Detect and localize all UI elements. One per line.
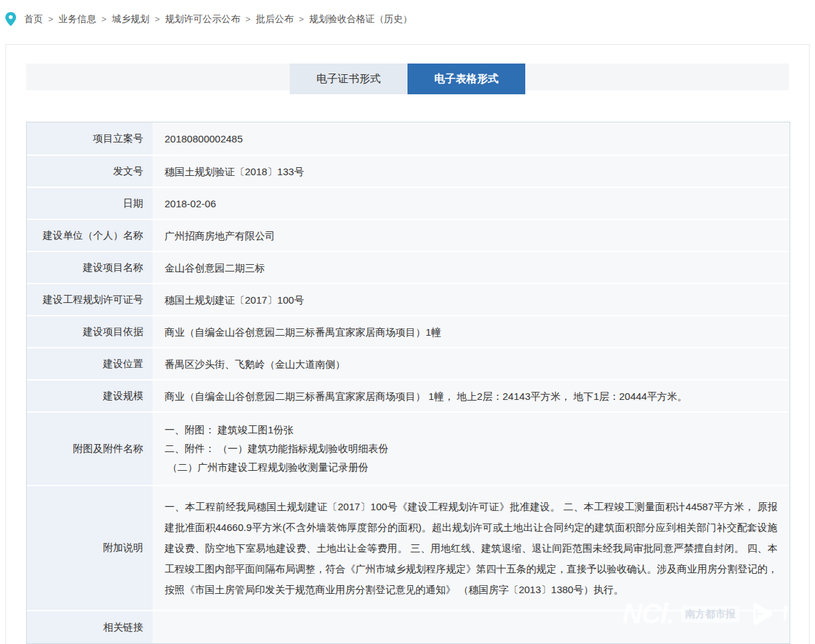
breadcrumb-item-post-approval[interactable]: 批后公布 xyxy=(256,13,293,25)
row-value: 商业（自编金山谷创意园二期三标番禺宜家家居商场项目） 1幢， 地上2层：2414… xyxy=(153,381,790,411)
row-value: 2018-02-06 xyxy=(153,188,790,219)
row-label: 建设项目依据 xyxy=(27,316,153,347)
row-label: 日期 xyxy=(27,188,153,219)
row-value: 广州招商房地产有限公司 xyxy=(153,220,790,251)
tab-electronic-table[interactable]: 电子表格形式 xyxy=(408,64,525,94)
tab-group: 电子证书形式 电子表格形式 xyxy=(290,64,525,94)
row-label: 建设位置 xyxy=(27,348,153,379)
row-value: 20180800002485 xyxy=(153,122,790,154)
tab-electronic-certificate[interactable]: 电子证书形式 xyxy=(290,64,408,94)
breadcrumb-separator: > xyxy=(102,14,107,24)
table-row-date: 日期 2018-02-06 xyxy=(27,188,790,220)
location-pin-icon xyxy=(5,12,16,26)
breadcrumb-separator: > xyxy=(48,14,54,24)
table-row-planning-permit-number: 建设工程规划许可证号 穗国土规划建证〔2017〕100号 xyxy=(27,284,790,316)
table-row-project-case-number: 项目立案号 20180800002485 xyxy=(27,122,790,156)
row-label: 相关链接 xyxy=(27,611,153,643)
certificate-detail-table: 项目立案号 20180800002485 发文号 穗国土规划验证〔2018〕13… xyxy=(26,122,790,644)
breadcrumb-item-home[interactable]: 首页 xyxy=(24,13,43,25)
table-row-additional-notes: 附加说明 一、本工程前经我局穗国土规划建证〔2017〕100号《建设工程规划许可… xyxy=(27,486,790,611)
table-row-project-basis: 建设项目依据 商业（自编金山谷创意园二期三标番禺宜家家居商场项目）1幢 xyxy=(27,316,790,348)
content-panel: 电子证书形式 电子表格形式 项目立案号 20180800002485 发文号 穗… xyxy=(5,44,810,644)
row-label: 建设规模 xyxy=(27,381,153,411)
breadcrumb-separator: > xyxy=(298,14,304,24)
breadcrumb-item-permit-publicity[interactable]: 规划许可公示公布 xyxy=(165,13,240,25)
row-value: 穗国土规划验证〔2018〕133号 xyxy=(153,156,790,187)
row-label: 附加说明 xyxy=(27,486,153,610)
table-row-construction-location: 建设位置 番禺区沙头街、飞鹅岭（金山大道南侧） xyxy=(27,348,790,381)
row-value: 金山谷创意园二期三标 xyxy=(153,252,790,283)
breadcrumb-item-current-page: 规划验收合格证（历史） xyxy=(309,13,412,25)
table-row-construction-scale: 建设规模 商业（自编金山谷创意园二期三标番禺宜家家居商场项目） 1幢， 地上2层… xyxy=(27,381,790,413)
row-value: 一、附图： 建筑竣工图1份张 二、附件： （一）建筑功能指标规划验收明细表份 （… xyxy=(153,413,790,485)
row-value: 商业（自编金山谷创意园二期三标番禺宜家家居商场项目）1幢 xyxy=(153,316,790,347)
breadcrumb-item-urban-rural-planning[interactable]: 城乡规划 xyxy=(112,13,149,25)
row-value: 穗国土规划建证〔2017〕100号 xyxy=(153,284,790,315)
table-row-attachments: 附图及附件名称 一、附图： 建筑竣工图1份张 二、附件： （一）建筑功能指标规划… xyxy=(27,413,790,486)
row-value: 一、本工程前经我局穗国土规划建证〔2017〕100号《建设工程规划许可证》批准建… xyxy=(153,486,790,610)
row-value: 番禺区沙头街、飞鹅岭（金山大道南侧） xyxy=(153,348,790,379)
table-row-document-number: 发文号 穗国土规划验证〔2018〕133号 xyxy=(27,156,790,188)
row-value xyxy=(153,611,790,643)
row-label: 建设单位（个人）名称 xyxy=(27,220,153,251)
breadcrumb-item-business-info[interactable]: 业务信息 xyxy=(59,13,96,25)
breadcrumb-separator: > xyxy=(246,14,251,24)
row-label: 发文号 xyxy=(27,156,153,187)
row-label: 建设工程规划许可证号 xyxy=(27,284,153,315)
table-row-construction-unit-name: 建设单位（个人）名称 广州招商房地产有限公司 xyxy=(27,220,790,252)
table-row-related-links: 相关链接 xyxy=(27,611,790,643)
row-label: 附图及附件名称 xyxy=(27,413,153,485)
row-label: 建设项目名称 xyxy=(27,252,153,283)
table-row-project-name: 建设项目名称 金山谷创意园二期三标 xyxy=(27,252,790,284)
row-label: 项目立案号 xyxy=(27,122,153,154)
breadcrumb-separator: > xyxy=(155,14,160,24)
breadcrumb: 首页 > 业务信息 > 城乡规划 > 规划许可公示公布 > 批后公布 > 规划验… xyxy=(5,12,412,26)
